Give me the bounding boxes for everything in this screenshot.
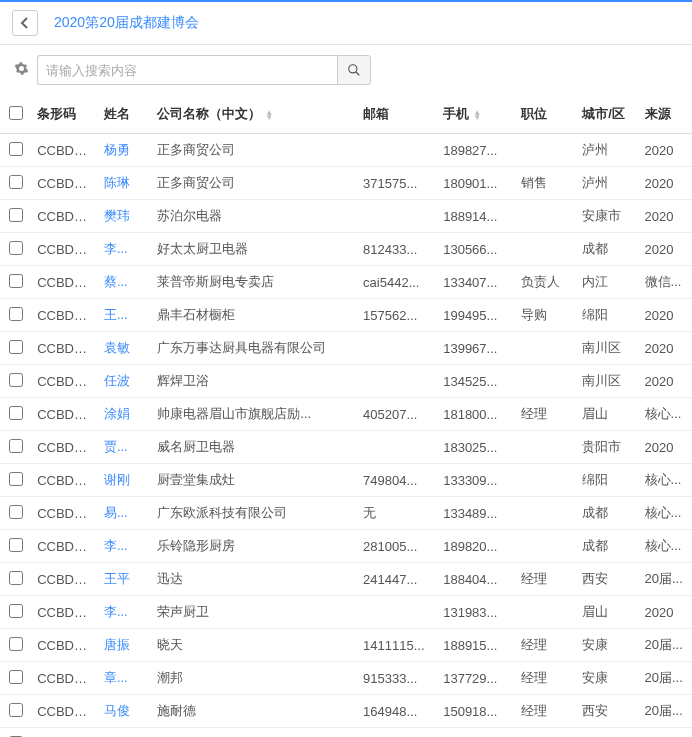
cell-city: 南川区 [576,332,638,365]
cell-role [515,497,576,530]
cell-city: 西安 [576,695,638,728]
row-checkbox[interactable] [9,571,23,585]
header-email[interactable]: 邮箱 [357,95,437,134]
cell-name-link[interactable]: 谢刚 [104,472,130,487]
breadcrumb[interactable]: 2020第20届成都建博会 [54,14,199,32]
row-checkbox[interactable] [9,604,23,618]
row-checkbox[interactable] [9,340,23,354]
cell-name-link[interactable]: 王... [104,307,128,322]
cell-barcode: CCBD2... [31,299,98,332]
row-checkbox[interactable] [9,241,23,255]
cell-phone: 137729... [437,662,515,695]
cell-source: 2020 [639,431,692,464]
cell-source: 2020 [639,200,692,233]
row-checkbox[interactable] [9,439,23,453]
row-checkbox[interactable] [9,406,23,420]
cell-phone: 139967... [437,332,515,365]
header-company-label: 公司名称（中文） [157,106,261,121]
cell-name-link[interactable]: 蔡... [104,274,128,289]
row-checkbox[interactable] [9,142,23,156]
cell-phone: 188404... [437,563,515,596]
cell-source: 2020 [639,233,692,266]
cell-company: 厨壹堂集成灶 [151,464,357,497]
cell-name-link[interactable]: 易... [104,505,128,520]
header-company[interactable]: 公司名称（中文）▲▼ [151,95,357,134]
cell-email: 无 [357,497,437,530]
table-row: CCBD2...袁敏广东万事达厨具电器有限公司139967...南川区2020 [0,332,692,365]
cell-name-link[interactable]: 李... [104,241,128,256]
cell-name-link[interactable]: 袁敏 [104,340,130,355]
header-barcode[interactable]: 条形码 [31,95,98,134]
gear-icon[interactable] [14,61,29,79]
row-checkbox[interactable] [9,505,23,519]
cell-company: 苏泊尔电器 [151,200,357,233]
cell-barcode: CCBD2... [31,596,98,629]
cell-name-link[interactable]: 王平 [104,571,130,586]
row-checkbox[interactable] [9,208,23,222]
row-checkbox[interactable] [9,274,23,288]
row-checkbox[interactable] [9,703,23,717]
cell-name-link[interactable]: 马俊 [104,703,130,718]
cell-name-link[interactable]: 李... [104,538,128,553]
cell-barcode: CCBD2... [31,629,98,662]
cell-name-link[interactable]: 樊玮 [104,208,130,223]
cell-city: 成都 [576,497,638,530]
table-row: CCBD2...易...广东欧派科技有限公司无133489...成都核心... [0,497,692,530]
row-checkbox[interactable] [9,373,23,387]
table-row: CCBD2...王平迅达241447...188404...经理西安20届... [0,563,692,596]
cell-city: 内江 [576,266,638,299]
cell-source: 20届... [639,629,692,662]
cell-city: 绵阳 [576,299,638,332]
cell-name-link[interactable]: 贾... [104,439,128,454]
row-checkbox[interactable] [9,637,23,651]
table-row: CCBD2...谢刚厨壹堂集成灶749804...133309...绵阳核心..… [0,464,692,497]
cell-city: 泸州 [576,167,638,200]
cell-phone: 134525... [437,365,515,398]
cell-phone: 189827... [437,134,515,167]
row-checkbox[interactable] [9,175,23,189]
search-input[interactable] [37,55,337,85]
cell-role [515,233,576,266]
cell-phone: 133489... [437,497,515,530]
row-checkbox[interactable] [9,670,23,684]
cell-name-link[interactable]: 章... [104,670,128,685]
cell-name-link[interactable]: 李... [104,604,128,619]
table-header-row: 条形码 姓名 公司名称（中文）▲▼ 邮箱 手机▲▼ 职位 城市/区 来源 [0,95,692,134]
search-button[interactable] [337,55,371,85]
cell-company: 威名厨卫电器 [151,431,357,464]
header-phone[interactable]: 手机▲▼ [437,95,515,134]
cell-city: 安康 [576,629,638,662]
cell-role: 经理 [515,398,576,431]
row-checkbox[interactable] [9,538,23,552]
table-row: CCBD2...蔡...莱普帝斯厨电专卖店cai5442...133407...… [0,266,692,299]
cell-role: 经理 [515,728,576,738]
table-row: CCBD2...杨勇正多商贸公司189827...泸州2020 [0,134,692,167]
cell-city: 成都 [576,233,638,266]
header-city[interactable]: 城市/区 [576,95,638,134]
cell-role: 经理 [515,662,576,695]
cell-phone: 133309... [437,464,515,497]
row-checkbox[interactable] [9,307,23,321]
back-button[interactable] [12,10,38,36]
cell-name-link[interactable]: 杨勇 [104,142,130,157]
cell-role [515,530,576,563]
row-checkbox[interactable] [9,472,23,486]
cell-name-link[interactable]: 涂娟 [104,406,130,421]
cell-email: 915333... [357,662,437,695]
table-row: CCBD2...涂娟帅康电器眉山市旗舰店励...405207...181800.… [0,398,692,431]
cell-name-link[interactable]: 唐振 [104,637,130,652]
select-all-checkbox[interactable] [9,106,23,120]
cell-role [515,365,576,398]
cell-barcode: CCBD2... [31,728,98,738]
cell-role [515,596,576,629]
cell-role [515,464,576,497]
cell-email [357,596,437,629]
header-role[interactable]: 职位 [515,95,576,134]
header-name[interactable]: 姓名 [98,95,151,134]
header-source[interactable]: 来源 [639,95,692,134]
cell-phone: 199495... [437,299,515,332]
cell-source: 核心... [639,398,692,431]
cell-company: 莱普帝斯厨电专卖店 [151,266,357,299]
cell-name-link[interactable]: 任波 [104,373,130,388]
cell-name-link[interactable]: 陈琳 [104,175,130,190]
